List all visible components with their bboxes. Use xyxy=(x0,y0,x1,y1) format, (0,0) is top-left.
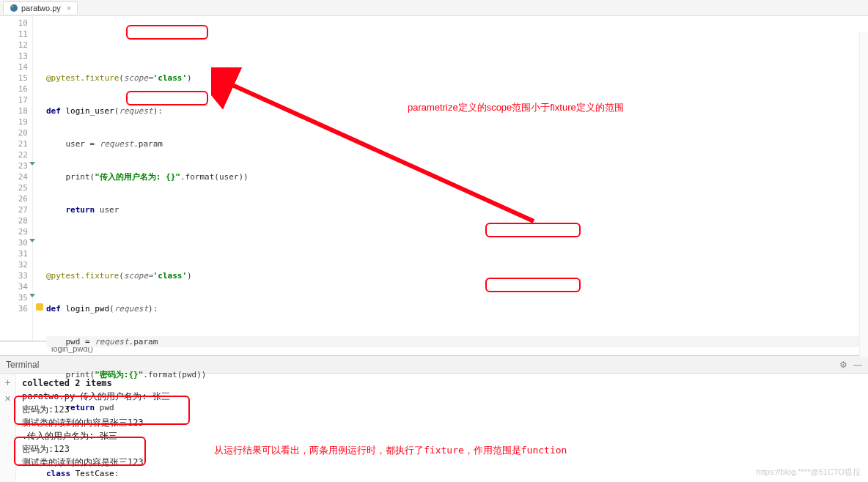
gutter-line: 25 xyxy=(0,182,28,193)
gutter-line: 20 xyxy=(0,127,28,138)
close-icon[interactable]: × xyxy=(67,4,71,12)
gutter-line: 35 xyxy=(0,292,28,303)
code-line: @pytest.fixture(scope='class') xyxy=(46,270,868,281)
gutter-line: 24 xyxy=(0,171,28,182)
gutter-line: 15 xyxy=(0,73,28,84)
code-line: pwd = request.param xyxy=(46,336,868,347)
terminal-body: + × collected 2 items paratwo.py 传入的用户名为… xyxy=(0,374,868,482)
code-line: return user xyxy=(46,204,868,215)
file-tab[interactable]: paratwo.py × xyxy=(3,1,78,14)
watermark: https://blog.****@51CTO提拉 xyxy=(757,467,861,478)
terminal-sidebar: + × xyxy=(0,374,16,482)
gutter-line: 14 xyxy=(0,62,28,73)
terminal-line: collected 2 items xyxy=(22,377,862,390)
gutter-line: 16 xyxy=(0,84,28,94)
scrollbar-strip[interactable] xyxy=(859,32,868,357)
gutter-line: 13 xyxy=(0,51,28,62)
tab-filename: paratwo.py xyxy=(21,4,61,12)
gutter-line: 23 xyxy=(0,160,28,171)
gutter-line: 10 xyxy=(0,18,28,29)
editor-area: 1011121314151617181920212223242526272829… xyxy=(0,16,868,341)
bookmark-icon xyxy=(36,303,43,311)
gutter-line: 30 xyxy=(0,237,28,248)
terminal-line: 密码为:123 xyxy=(22,403,862,416)
gutter-line: 26 xyxy=(0,193,28,204)
code-line xyxy=(46,40,868,51)
gutter-line: 18 xyxy=(0,105,28,116)
code-line: @pytest.fixture(scope='class') xyxy=(46,73,868,84)
gutter-line: 34 xyxy=(0,281,28,292)
close-icon[interactable]: × xyxy=(4,393,10,404)
gutter-line: 11 xyxy=(0,29,28,40)
gutter-line: 19 xyxy=(0,116,28,127)
gutter-line: 12 xyxy=(0,40,28,51)
gutter-line: 27 xyxy=(0,204,28,215)
gutter-line: 22 xyxy=(0,149,28,160)
terminal-line: 密码为:123 xyxy=(22,442,862,456)
python-file-icon xyxy=(10,4,18,12)
terminal-line: 测试类的读到的内容是张三123 xyxy=(22,456,862,469)
gutter-line: 36 xyxy=(0,303,28,314)
gutter-line: 28 xyxy=(0,215,28,226)
code-line: def login_user(request): xyxy=(46,105,868,116)
gutter-line: 29 xyxy=(0,226,28,237)
gutter-line: 32 xyxy=(0,259,28,270)
code-line: def login_pwd(request): xyxy=(46,303,868,314)
terminal-line: 测试类的读到的内容是张三123 xyxy=(22,416,862,429)
terminal-line: paratwo.py 传入的用户名为: 张三 xyxy=(22,390,862,403)
tab-bar: paratwo.py × xyxy=(0,0,868,16)
code-line: user = request.param xyxy=(46,138,868,149)
gutter-line xyxy=(0,314,28,325)
terminal-title: Terminal xyxy=(6,360,39,370)
code-line xyxy=(46,237,868,248)
gutter-line: 31 xyxy=(0,248,28,259)
line-gutter: 1011121314151617181920212223242526272829… xyxy=(0,16,33,341)
add-icon[interactable]: + xyxy=(4,377,10,388)
code-line: print("传入的用户名为: {}".format(user)) xyxy=(46,171,868,182)
gutter-line: 33 xyxy=(0,270,28,281)
terminal-line: .传入的用户名为: 张三 xyxy=(22,429,862,442)
svg-point-0 xyxy=(10,4,18,12)
code-view[interactable]: @pytest.fixture(scope='class') def login… xyxy=(33,16,868,341)
gutter-line: 21 xyxy=(0,138,28,149)
terminal-content[interactable]: collected 2 items paratwo.py 传入的用户名为: 张三… xyxy=(16,374,868,482)
gutter-line: 17 xyxy=(0,94,28,105)
svg-point-1 xyxy=(12,6,13,7)
